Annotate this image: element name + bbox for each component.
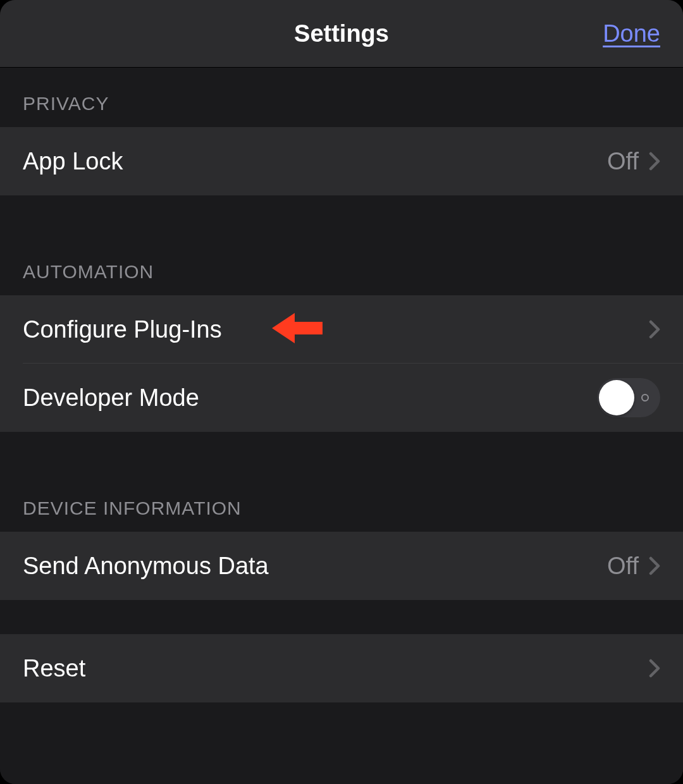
configure-plugins-label: Configure Plug-Ins xyxy=(23,316,649,343)
reset-label: Reset xyxy=(23,655,649,682)
send-anonymous-data-label: Send Anonymous Data xyxy=(23,553,607,580)
row-reset[interactable]: Reset xyxy=(0,634,683,702)
section-header-privacy: PRIVACY xyxy=(0,68,683,127)
chevron-right-icon xyxy=(649,556,660,576)
section-gap xyxy=(0,600,683,634)
section-header-device-information: DEVICE INFORMATION xyxy=(0,466,683,532)
section-header-automation: AUTOMATION xyxy=(0,230,683,295)
developer-mode-toggle[interactable] xyxy=(597,378,660,417)
app-lock-value: Off xyxy=(607,148,639,175)
row-app-lock[interactable]: App Lock Off xyxy=(0,127,683,195)
toggle-off-indicator-icon xyxy=(641,394,649,401)
row-developer-mode[interactable]: Developer Mode xyxy=(0,364,683,432)
toggle-knob xyxy=(599,380,634,415)
row-configure-plugins[interactable]: Configure Plug-Ins xyxy=(0,295,683,364)
chevron-right-icon xyxy=(649,658,660,678)
done-button[interactable]: Done xyxy=(603,20,660,47)
chevron-right-icon xyxy=(649,319,660,340)
page-title: Settings xyxy=(294,20,389,47)
app-lock-label: App Lock xyxy=(23,148,607,175)
send-anonymous-data-value: Off xyxy=(607,553,639,580)
developer-mode-label: Developer Mode xyxy=(23,384,597,412)
settings-window: Settings Done PRIVACY App Lock Off AUTOM… xyxy=(0,0,683,784)
header-bar: Settings Done xyxy=(0,0,683,68)
chevron-right-icon xyxy=(649,151,660,171)
section-gap xyxy=(0,432,683,466)
section-gap xyxy=(0,195,683,230)
row-send-anonymous-data[interactable]: Send Anonymous Data Off xyxy=(0,532,683,600)
settings-content: PRIVACY App Lock Off AUTOMATION Configur… xyxy=(0,68,683,784)
